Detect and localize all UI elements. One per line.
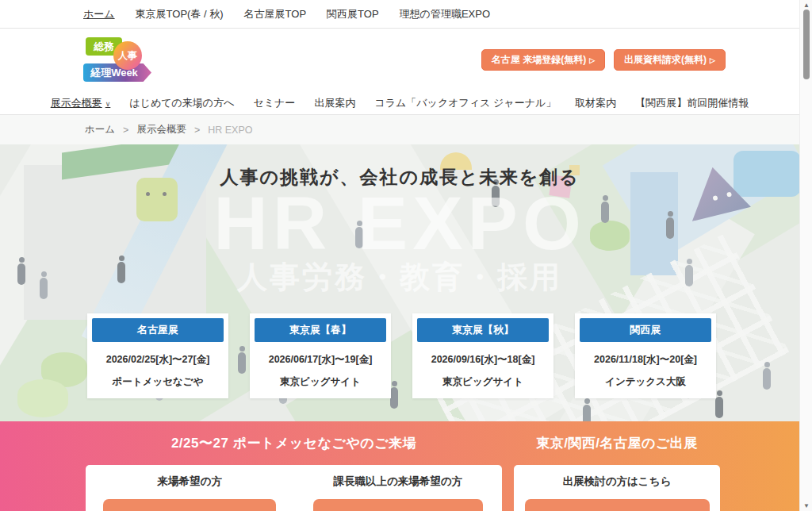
expo-card-venue: 東京ビッグサイト	[417, 375, 549, 389]
cta-visit-manager-label: 課長職以上の来場希望の方	[333, 474, 462, 489]
arrow-right-icon: ▷	[589, 56, 595, 64]
expo-card-date: 2026/06/17[水]〜19[金]	[255, 353, 386, 367]
hero-watermark-title: HR EXPO	[0, 186, 799, 261]
cta-exhibit-label: 出展検討の方はこちら	[563, 474, 672, 489]
subnav-exhibit-guide[interactable]: 出展案内	[314, 96, 355, 110]
cta-exhibit-heading: 東京/関西/名古屋のご出展	[514, 434, 720, 452]
hero-section: HR EXPO 人事労務・教育・採用 人事の挑戦が、会社の成長と未来を創る 名古…	[0, 144, 799, 421]
breadcrumb-separator-icon: >	[194, 125, 200, 136]
green-stool-shape	[17, 379, 68, 417]
visitor-register-label: 名古屋 来場登録(無料)	[492, 53, 586, 67]
cta-exhibit-option: 出展検討の方はこちら	[514, 465, 720, 511]
logo-keiri-week-arrow: 経理Week	[83, 63, 151, 82]
subnav-overview-label: 展示会概要	[51, 97, 102, 109]
site-header: 総務 人事 経理Week 名古屋 来場登録(無料) ▷ 出展資料請求(無料) ▷	[0, 29, 799, 91]
expo-card-tokyo-spring: 東京展【春】 2026/06/17[水]〜19[金] 東京ビッグサイト	[250, 313, 391, 398]
hero-heading: 人事の挑戦が、会社の成長と未来を創る	[0, 165, 799, 190]
breadcrumb-current: HR EXPO	[208, 125, 252, 136]
logo-jinji-circle: 人事	[113, 41, 142, 70]
visitor-register-button[interactable]: 名古屋 来場登録(無料) ▷	[481, 49, 605, 71]
chevron-down-icon: ∨	[105, 100, 111, 108]
expo-card-venue: 東京ビッグサイト	[255, 375, 386, 389]
expo-card-tokyo-autumn: 東京展【秋】 2026/09/16[水]〜18[金] 東京ビッグサイト	[412, 313, 553, 398]
expo-card-venue: インテックス大阪	[580, 375, 711, 389]
cta-visit-label: 来場希望の方	[158, 474, 222, 489]
visitor-figure	[583, 405, 591, 421]
expo-card-title-button[interactable]: 名古屋展	[92, 318, 224, 342]
cta-exhibit-card: 出展検討の方はこちら	[514, 465, 720, 511]
visit-register-button[interactable]	[103, 499, 276, 511]
vertical-scrollbar[interactable]: ▲ ▼	[799, 0, 812, 511]
expo-card-date: 2026/11/18[水]〜20[金]	[580, 353, 711, 367]
subnav-seminar[interactable]: セミナー	[253, 96, 295, 110]
subnav-press[interactable]: 取材案内	[575, 96, 616, 110]
hero-watermark-subtitle: 人事労務・教育・採用	[0, 257, 799, 298]
expo-card-title-button[interactable]: 東京展【秋】	[417, 318, 549, 342]
cta-visit-heading: 2/25〜27 ポートメッセなごやのご来場	[86, 434, 502, 452]
cta-visit-card: 来場希望の方 課長職以上の来場希望の方	[86, 465, 502, 511]
visitor-figure	[715, 397, 723, 418]
cta-section: 2/25〜27 ポートメッセなごやのご来場 東京/関西/名古屋のご出展 来場希望…	[0, 421, 799, 511]
expo-card-title-button[interactable]: 関西展	[580, 318, 711, 342]
expo-card-kansai: 関西展 2026/11/18[水]〜20[金] インテックス大阪	[575, 313, 716, 398]
cta-visit-option: 来場希望の方	[86, 465, 294, 511]
breadcrumb-overview[interactable]: 展示会概要	[136, 123, 186, 136]
subnav-kansai-previous[interactable]: 【関西展】前回開催情報	[635, 96, 749, 110]
scroll-down-icon[interactable]: ▼	[800, 502, 812, 509]
expo-card-date: 2026/09/16[水]〜18[金]	[417, 353, 549, 367]
nav-tokyo-top[interactable]: 東京展TOP(春 / 秋)	[136, 7, 224, 21]
page-content: ホーム 東京展TOP(春 / 秋) 名古屋展TOP 関西展TOP 理想の管理職E…	[0, 0, 799, 511]
top-utility-nav: ホーム 東京展TOP(春 / 秋) 名古屋展TOP 関西展TOP 理想の管理職E…	[0, 0, 799, 29]
arrow-right-icon: ▷	[710, 56, 715, 64]
subnav-column[interactable]: コラム「バックオフィス ジャーナル」	[374, 96, 556, 110]
page: ホーム 東京展TOP(春 / 秋) 名古屋展TOP 関西展TOP 理想の管理職E…	[0, 0, 812, 511]
scrollbar-thumb[interactable]	[803, 10, 810, 79]
scroll-up-icon[interactable]: ▲	[800, 2, 812, 9]
exhibit-material-label: 出展資料請求(無料)	[624, 53, 707, 67]
nav-home[interactable]: ホーム	[83, 7, 115, 21]
cta-visit-option: 課長職以上の来場希望の方	[294, 465, 503, 511]
expo-card-nagoya: 名古屋展 2026/02/25[水]〜27[金] ポートメッセなごや	[87, 313, 228, 398]
nav-kansai-top[interactable]: 関西展TOP	[327, 7, 379, 21]
exhibit-inquiry-button[interactable]	[525, 499, 710, 511]
nav-nagoya-top[interactable]: 名古屋展TOP	[244, 7, 307, 21]
expo-card-title-button[interactable]: 東京展【春】	[255, 318, 386, 342]
subnav-first-visit[interactable]: はじめての来場の方へ	[129, 96, 234, 110]
site-logo[interactable]: 総務 人事 経理Week	[83, 36, 151, 83]
expo-card-venue: ポートメッセなごや	[92, 375, 224, 389]
breadcrumb-separator-icon: >	[123, 125, 128, 136]
exhibit-material-button[interactable]: 出展資料請求(無料) ▷	[614, 49, 726, 71]
visitor-figure	[763, 368, 771, 390]
section-nav: 展示会概要∨ はじめての来場の方へ セミナー 出展案内 コラム「バックオフィス …	[0, 91, 799, 115]
header-cta-buttons: 名古屋 来場登録(無料) ▷ 出展資料請求(無料) ▷	[481, 49, 726, 71]
visit-manager-register-button[interactable]	[313, 499, 483, 511]
nav-kanrishoku-expo[interactable]: 理想の管理職EXPO	[400, 7, 490, 21]
subnav-overview[interactable]: 展示会概要∨	[51, 96, 111, 110]
exhibition-cards-row: 名古屋展 2026/02/25[水]〜27[金] ポートメッセなごや 東京展【春…	[87, 313, 716, 398]
expo-card-date: 2026/02/25[水]〜27[金]	[92, 353, 224, 367]
breadcrumb-home[interactable]: ホーム	[85, 123, 115, 136]
breadcrumb: ホーム > 展示会概要 > HR EXPO	[0, 115, 799, 144]
